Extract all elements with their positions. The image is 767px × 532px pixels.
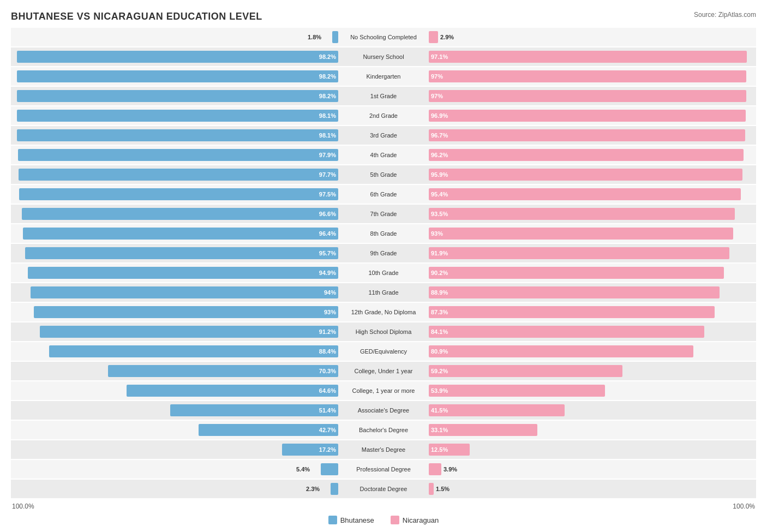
pink-bar: 93%	[429, 228, 733, 240]
bar-row: 96.6% 7th Grade 93.5%	[11, 205, 756, 223]
bar-label: No Schooling Completed	[338, 34, 429, 40]
blue-value: 98.2%	[319, 73, 338, 80]
chart-legend: Bhutanese Nicaraguan	[11, 516, 756, 524]
bar-row: 96.4% 8th Grade 93%	[11, 224, 756, 243]
left-section: 42.7%	[11, 421, 338, 439]
legend-nicaraguan: Nicaraguan	[391, 516, 439, 524]
right-section: 95.9%	[429, 165, 756, 184]
pink-bar: 95.4%	[429, 188, 741, 200]
left-section: 97.7%	[11, 165, 338, 184]
pink-bar: 96.7%	[429, 129, 745, 141]
blue-bar	[321, 463, 338, 475]
bar-row: 94.9% 10th Grade 90.2%	[11, 264, 756, 282]
pink-bar: 96.9%	[429, 110, 746, 122]
blue-bar: 97.7%	[19, 169, 338, 181]
chart-area: 1.8% No Schooling Completed 2.9% 98.2% N…	[11, 28, 756, 498]
pink-value: 95.4%	[429, 191, 448, 198]
pink-bar: 91.9%	[429, 247, 729, 259]
blue-value: 98.1%	[319, 132, 338, 139]
pink-bar: 88.9%	[429, 286, 720, 298]
blue-value: 17.2%	[319, 446, 338, 453]
pink-value: 12.5%	[429, 446, 448, 453]
pink-value: 97%	[429, 93, 443, 99]
blue-bar: 96.4%	[23, 228, 338, 240]
chart-title: BHUTANESE VS NICARAGUAN EDUCATION LEVEL	[11, 11, 756, 22]
left-section: 88.4%	[11, 342, 338, 361]
bar-row: 98.1% 2nd Grade 96.9%	[11, 106, 756, 125]
bar-row: 88.4% GED/Equivalency 80.9%	[11, 342, 756, 361]
blue-bar: 98.2%	[17, 51, 338, 63]
pink-bar: 80.9%	[429, 345, 693, 357]
right-section: 97.1%	[429, 47, 756, 66]
left-section: 98.2%	[11, 47, 338, 66]
blue-bar	[332, 31, 338, 43]
blue-value: 96.4%	[319, 230, 338, 237]
blue-bar: 94.9%	[28, 267, 338, 279]
blue-bar: 96.6%	[22, 208, 338, 220]
blue-bar: 98.2%	[17, 70, 338, 82]
pink-bar: 12.5%	[429, 444, 470, 456]
bar-label: College, Under 1 year	[338, 368, 429, 374]
right-section: 3.9%	[429, 460, 756, 479]
legend-blue-box	[328, 516, 337, 524]
bar-label: 10th Grade	[338, 270, 429, 276]
blue-value: 98.1%	[319, 112, 338, 119]
blue-bar: 64.6%	[127, 385, 338, 397]
blue-value: 91.2%	[319, 328, 338, 335]
blue-bar: 95.7%	[25, 247, 338, 259]
blue-bar: 17.2%	[282, 444, 338, 456]
blue-value: 51.4%	[319, 407, 338, 414]
bar-row: 97.7% 5th Grade 95.9%	[11, 165, 756, 184]
left-section: 64.6%	[11, 381, 338, 400]
pink-bar: 41.5%	[429, 404, 565, 416]
right-section: 87.3%	[429, 303, 756, 321]
pink-bar: 87.3%	[429, 306, 715, 318]
bar-label: Nursery School	[338, 53, 429, 60]
bar-label: 8th Grade	[338, 230, 429, 237]
left-section: 98.1%	[11, 106, 338, 125]
bar-label: Doctorate Degree	[338, 486, 429, 492]
bar-row: 51.4% Associate's Degree 41.5%	[11, 401, 756, 420]
bar-row: 97.5% 6th Grade 95.4%	[11, 185, 756, 204]
bar-row: 91.2% High School Diploma 84.1%	[11, 322, 756, 341]
bar-label: GED/Equivalency	[338, 348, 429, 355]
pink-bar: 59.2%	[429, 365, 622, 377]
footer-right-label: 100.0%	[733, 503, 755, 510]
bar-label: Associate's Degree	[338, 407, 429, 414]
pink-value-outside: 3.9%	[444, 466, 755, 473]
right-section: 2.9%	[429, 28, 756, 46]
blue-value: 93%	[324, 309, 338, 315]
left-section: 70.3%	[11, 362, 338, 380]
bar-label: 2nd Grade	[338, 112, 429, 119]
pink-value: 41.5%	[429, 407, 448, 414]
bar-label: High School Diploma	[338, 328, 429, 335]
blue-bar: 97.9%	[18, 149, 338, 161]
bar-label: College, 1 year or more	[338, 387, 429, 394]
left-section: 94.9%	[11, 264, 338, 282]
legend-bhutanese: Bhutanese	[328, 516, 374, 524]
bar-row: 94% 11th Grade 88.9%	[11, 283, 756, 302]
left-section: 96.6%	[11, 205, 338, 223]
blue-bar: 97.5%	[19, 188, 338, 200]
pink-bar	[429, 483, 434, 495]
blue-value: 42.7%	[319, 427, 338, 433]
right-section: 80.9%	[429, 342, 756, 361]
pink-value: 87.3%	[429, 309, 448, 315]
right-section: 93%	[429, 224, 756, 243]
pink-bar	[429, 463, 441, 475]
blue-value-outside: 2.3%	[306, 486, 320, 492]
left-section: 51.4%	[11, 401, 338, 420]
bar-label: 11th Grade	[338, 289, 429, 296]
pink-value: 88.9%	[429, 289, 448, 296]
right-section: 96.2%	[429, 146, 756, 164]
right-section: 84.1%	[429, 322, 756, 341]
blue-bar: 88.4%	[49, 345, 338, 357]
pink-value: 91.9%	[429, 250, 448, 256]
left-section: 2.3%	[11, 480, 338, 498]
pink-bar: 84.1%	[429, 326, 704, 338]
left-section: 1.8%	[11, 28, 338, 46]
left-section: 95.7%	[11, 244, 338, 262]
bar-row: 64.6% College, 1 year or more 53.9%	[11, 381, 756, 400]
bar-label: 9th Grade	[338, 250, 429, 256]
right-section: 97%	[429, 67, 756, 86]
